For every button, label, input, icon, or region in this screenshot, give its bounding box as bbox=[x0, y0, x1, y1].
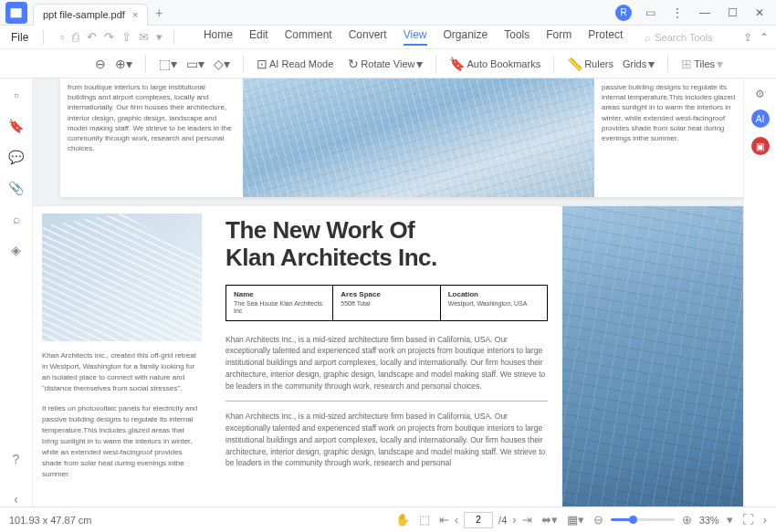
mail-icon[interactable]: ✉ bbox=[139, 30, 149, 44]
building-image-3 bbox=[562, 206, 743, 506]
close-window-button[interactable]: ✕ bbox=[750, 4, 769, 22]
bookmark-rail-icon[interactable]: 🔖 bbox=[8, 119, 24, 133]
search-tools[interactable]: ⌕ Search Tools bbox=[645, 32, 712, 43]
menu-view[interactable]: View bbox=[404, 28, 427, 46]
page-total: /4 bbox=[498, 515, 507, 526]
bookmark-icon: 🔖 bbox=[449, 57, 465, 71]
menu-convert[interactable]: Convert bbox=[349, 28, 387, 46]
ai-read-mode-button[interactable]: ⊡ AI Read Mode bbox=[257, 57, 333, 71]
collapse-left-icon[interactable]: ‹ bbox=[14, 492, 18, 506]
right-sidebar: ⚙ AI ▣ bbox=[743, 78, 776, 506]
undo-icon[interactable]: ↶ bbox=[87, 30, 97, 44]
document-tab[interactable]: ppt file-sample.pdf × bbox=[33, 4, 148, 26]
grids-button[interactable]: Grids▾ bbox=[623, 57, 655, 71]
search-rail-icon[interactable]: ⌕ bbox=[13, 212, 20, 226]
divider bbox=[43, 30, 44, 45]
rotate-view-button[interactable]: ↻ Rotate View▾ bbox=[348, 57, 423, 71]
info-hd-location: Location bbox=[448, 290, 540, 298]
feedback-icon[interactable]: ▭ bbox=[641, 4, 659, 22]
main-menu: Home Edit Comment Convert View Organize … bbox=[204, 28, 623, 46]
divider bbox=[553, 56, 554, 72]
divider bbox=[243, 56, 244, 72]
page-navigator: ⇤ ‹ /4 › ⇥ bbox=[439, 512, 532, 528]
new-tab-button[interactable]: + bbox=[155, 5, 163, 20]
layers-icon[interactable]: ◈ bbox=[11, 243, 21, 257]
page-1-fragment: from boutique interiors to large institu… bbox=[60, 78, 743, 197]
zoom-in-icon[interactable]: ⊕▾ bbox=[115, 57, 132, 71]
menu-protect[interactable]: Protect bbox=[588, 28, 623, 46]
hand-tool-icon[interactable]: ✋ bbox=[395, 513, 410, 527]
zoom-in-status-icon[interactable]: ⊕ bbox=[682, 513, 692, 527]
menu-form[interactable]: Form bbox=[546, 28, 572, 46]
app-tool-icon[interactable]: ▣ bbox=[751, 137, 770, 155]
background-icon[interactable]: ◇▾ bbox=[214, 57, 230, 71]
maximize-button[interactable]: ☐ bbox=[723, 4, 741, 22]
collapse-right-icon[interactable]: › bbox=[763, 513, 767, 527]
rulers-button[interactable]: 📏 Rulers bbox=[567, 57, 613, 71]
prev-page-icon[interactable]: ‹ bbox=[455, 513, 458, 527]
page-number-input[interactable] bbox=[464, 512, 493, 528]
sidebar-paragraph-2: It relies on photovoltaic panels for ele… bbox=[42, 403, 202, 480]
close-tab-icon[interactable]: × bbox=[132, 9, 138, 20]
more-icon[interactable]: ▾ bbox=[156, 30, 163, 44]
minimize-button[interactable]: — bbox=[696, 4, 714, 22]
ai-icon: ⊡ bbox=[257, 57, 267, 71]
redo-icon[interactable]: ↷ bbox=[104, 30, 114, 44]
building-image-1 bbox=[243, 78, 594, 197]
menu-edit[interactable]: Edit bbox=[249, 28, 268, 46]
divider bbox=[667, 56, 668, 72]
next-page-icon[interactable]: › bbox=[512, 513, 516, 527]
zoom-out-icon[interactable]: ⊖ bbox=[95, 57, 106, 71]
menu-organize[interactable]: Organize bbox=[444, 28, 488, 46]
search-icon: ⌕ bbox=[645, 32, 651, 43]
document-canvas[interactable]: from boutique interiors to large institu… bbox=[33, 78, 743, 506]
select-tool-icon[interactable]: ⬚ bbox=[419, 513, 430, 527]
zoom-dropdown-icon[interactable]: ▾ bbox=[727, 513, 733, 527]
search-placeholder: Search Tools bbox=[655, 32, 712, 43]
cursor-coords: 101.93 x 47.87 cm bbox=[9, 515, 92, 526]
divider bbox=[435, 56, 436, 72]
zoom-out-status-icon[interactable]: ⊖ bbox=[593, 513, 603, 527]
kebab-menu-icon[interactable]: ⋮ bbox=[668, 4, 687, 22]
read-mode-icon[interactable]: ▭▾ bbox=[186, 57, 204, 71]
article-title: The New Work Of Klan Architects Inc. bbox=[225, 217, 548, 272]
last-page-icon[interactable]: ⇥ bbox=[522, 513, 532, 527]
zoom-control: ⊖ ⊕ 33% ▾ bbox=[593, 513, 733, 527]
properties-icon[interactable]: ⚙ bbox=[755, 88, 765, 100]
body-paragraph-1: Khan Architects Inc., is a mid-sized arc… bbox=[225, 334, 548, 392]
save-icon[interactable]: ▫ bbox=[60, 30, 65, 44]
user-avatar[interactable]: R bbox=[615, 5, 632, 21]
zoom-slider[interactable] bbox=[611, 518, 675, 521]
page1-right-text: passive building designs to regulate its… bbox=[594, 78, 743, 197]
menu-home[interactable]: Home bbox=[204, 28, 233, 46]
print-icon[interactable]: ⎙ bbox=[72, 30, 79, 44]
fullscreen-icon[interactable]: ⛶ bbox=[742, 513, 754, 527]
app-icon: ⯀ bbox=[5, 2, 27, 24]
page1-left-text: from boutique interiors to large institu… bbox=[60, 78, 243, 197]
statusbar: 101.93 x 47.87 cm ✋ ⬚ ⇤ ‹ /4 › ⇥ ⬌▾ ▦▾ ⊖… bbox=[0, 506, 776, 532]
ai-tool-icon[interactable]: AI bbox=[751, 110, 770, 128]
share-icon[interactable]: ⇧ bbox=[121, 30, 131, 44]
info-table: NameThe Sea House Klan Architects Inc Ar… bbox=[225, 285, 548, 321]
menu-tools[interactable]: Tools bbox=[504, 28, 530, 46]
divider bbox=[145, 56, 146, 72]
thumbnail-icon[interactable]: ▫ bbox=[14, 88, 18, 102]
layout-icon[interactable]: ▦▾ bbox=[567, 513, 584, 527]
first-page-icon[interactable]: ⇤ bbox=[439, 513, 449, 527]
upload-icon[interactable]: ⇪ bbox=[743, 31, 752, 44]
comment-rail-icon[interactable]: 💬 bbox=[8, 150, 24, 164]
titlebar: ⯀ ppt file-sample.pdf × + R ▭ ⋮ — ☐ ✕ bbox=[0, 0, 776, 26]
auto-bookmarks-button[interactable]: 🔖 Auto Bookmarks bbox=[449, 57, 540, 71]
help-icon[interactable]: ? bbox=[13, 452, 20, 466]
tiles-button[interactable]: ⊞ Tiles▾ bbox=[681, 57, 723, 71]
divider bbox=[225, 401, 548, 402]
menu-comment[interactable]: Comment bbox=[285, 28, 332, 46]
attachment-icon[interactable]: 📎 bbox=[8, 181, 24, 195]
file-menu[interactable]: File bbox=[7, 31, 32, 44]
view-toolbar: ⊖ ⊕▾ ⬚▾ ▭▾ ◇▾ ⊡ AI Read Mode ↻ Rotate Vi… bbox=[0, 49, 776, 78]
page-view-icon[interactable]: ⬚▾ bbox=[159, 57, 177, 71]
expand-icon[interactable]: ⌃ bbox=[760, 31, 769, 44]
menubar: File ▫ ⎙ ↶ ↷ ⇧ ✉ ▾ Home Edit Comment Con… bbox=[0, 26, 776, 49]
divider bbox=[173, 30, 174, 45]
fit-width-icon[interactable]: ⬌▾ bbox=[541, 513, 558, 527]
